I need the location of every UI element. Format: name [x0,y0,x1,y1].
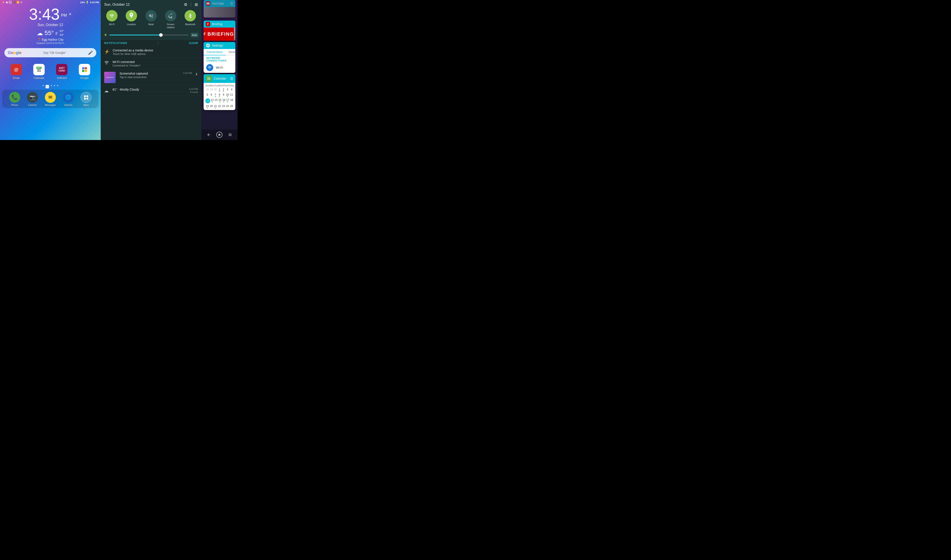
cal-cell[interactable]: 17 [226,98,230,104]
cal-cell[interactable]: 7 [213,92,217,98]
cal-cell-today[interactable]: 12 [205,98,210,104]
recent-card-calendar[interactable]: 31 Calendar ☰ Sun Mon Tue Wed Thu Fri Sa… [203,74,235,110]
notif-usb[interactable]: ⚡ Connected as a media device Touch for … [101,46,201,58]
cal-cell[interactable]: 1 [217,87,221,92]
dock-apps[interactable]: Apps [80,92,91,106]
dock-camera[interactable]: 📷 Camera [27,92,38,106]
cal-cell[interactable]: 10 [225,92,230,98]
dot-5[interactable] [57,85,58,86]
weather-notif-icon: ☁ [104,88,109,94]
toggle-rotation[interactable]: Screenrotation [165,10,176,29]
back-button[interactable] [205,131,213,139]
battery-level: 24% [80,1,85,4]
status-left-icons: ⚡ ▣ N 🔇 📶 ⊘ [2,1,22,4]
notif-weather[interactable]: ☁ 61° - Mostly Cloudy 3:19 PM 6 cards [101,86,201,96]
notif-usb-body: Touch for other USB options. [113,52,198,55]
app-softcard[interactable]: SOFTCARD Softcard [52,64,71,80]
brightness-slider[interactable] [109,35,188,35]
notif-header-icons: ⚙ ⊞ [184,2,198,7]
microphone-icon[interactable]: 🎤 [88,50,93,55]
dot-1[interactable] [42,85,44,86]
tab-device[interactable]: Device [225,49,235,55]
tab-connections[interactable]: Connections [203,49,225,55]
cal-cell[interactable]: 29 [209,87,213,92]
toggle-mute[interactable]: Mute [145,10,157,29]
weather-temp: 55° F [45,29,58,37]
settings-gear-icon [206,43,210,48]
wifi-settings-label: Wi-Fi [216,66,223,69]
dot-home[interactable]: ⌂ [46,85,49,88]
home-button[interactable] [216,131,223,139]
multiwindow-icon[interactable]: ⊞ [195,2,198,7]
cal-cell[interactable]: 4 [230,87,234,92]
settings-icon[interactable]: ⚙ [184,2,187,7]
google-search-bar[interactable]: Google Say "Ok Google" 🎤 [5,48,96,57]
weather-row: ☁ 55° F 62° 53° [0,29,101,37]
cal-cell[interactable]: 20 [209,104,213,109]
notif-screenshot[interactable]: screenshot Screenshot captured 3:43 PM T… [101,69,201,86]
menu-button[interactable] [226,131,234,139]
notif-weather-title: 61° - Mostly Cloudy [113,88,139,91]
cal-cell[interactable]: 5 [205,92,209,98]
notif-screenshot-title: Screenshot captured [120,72,148,75]
cal-cell[interactable]: 15 [218,98,222,104]
clear-notifications-button[interactable]: CLEAR [189,42,198,45]
app-calendar[interactable]: OCT 31 Calendar [29,64,49,80]
dot-3[interactable] [51,85,52,86]
wifi-toggle-circle [106,10,117,22]
cal-cell[interactable]: 21 [213,104,217,109]
recent-card-settings[interactable]: Settings Connections Device Controls NET… [203,42,235,73]
status-right: 24% 🔋 3:43 PM [80,1,99,4]
clock-widget: 3:43 PM ☀ Sun, October 12 [0,6,101,27]
cal-cell[interactable]: 30 [213,87,217,92]
messages-label: Messages [45,104,56,106]
cal-cell[interactable]: 11 [230,92,234,98]
cal-cell[interactable]: 8 [217,92,221,98]
youtube-menu-icon[interactable]: ☰ [230,2,233,6]
cal-cell[interactable]: 22 [217,104,221,109]
cal-cell[interactable]: 19 [205,104,209,109]
brightness-row: ☀ Auto [101,32,201,40]
calendar-label: Calendar [34,77,45,80]
app-email[interactable]: @ Email [6,64,26,80]
cal-cell[interactable]: 25 [230,104,234,109]
cal-cell[interactable]: 18 [230,98,234,104]
cal-cell[interactable]: 16 [222,98,226,104]
phone-label: Phone [11,104,18,106]
cal-cell[interactable]: 9 [222,92,225,98]
dock-phone[interactable]: 📞 Phone [9,92,20,106]
cal-cell[interactable]: 3 [225,87,230,92]
recent-card-youtube[interactable]: YouTube ☰ [203,0,235,17]
notif-wifi[interactable]: Wi-Fi connected Connected to "Amadeo". [101,58,201,69]
apps-icon [80,92,91,103]
dock-messages[interactable]: ✉ Messages [45,92,56,106]
recent-card-briefing[interactable]: F Briefing F BRIEFING [203,20,235,41]
cal-cell[interactable]: 6 [209,92,213,98]
toggle-wifi[interactable]: Wi-Fi [106,10,117,29]
home-screen: ⚡ ▣ N 🔇 📶 ⊘ 24% 🔋 3:43 PM 3:43 PM ☀ Sun,… [0,0,101,140]
camera-label: Camera [28,104,37,106]
settings-wifi-item[interactable]: Wi-Fi [203,62,235,73]
wifi-toggle-label: Wi-Fi [109,23,115,26]
cal-cell[interactable]: 23 [222,104,225,109]
cal-cell[interactable]: 28 [205,87,209,92]
cal-cell[interactable]: 24 [225,104,230,109]
mute-toggle-circle [145,10,157,22]
notif-date: Sun, October 12 [104,3,130,6]
cal-cell[interactable]: 14 [214,98,218,104]
brightness-auto-btn[interactable]: Auto [191,33,198,37]
internet-label: Internet [64,104,72,106]
toggle-bluetooth[interactable]: Bluetooth [185,10,196,29]
cal-cell[interactable]: 2 [222,87,225,92]
blocked-icon: ⊘ [20,1,22,4]
dot-4[interactable] [54,85,55,86]
toggle-location[interactable]: Location [126,10,137,29]
cal-mon: Mon [210,84,214,87]
settings-section-label: NETWORK CONNECTIONS [203,55,235,62]
cal-cell[interactable]: 13 [210,98,214,104]
dock-internet[interactable]: 🌐 Internet [63,92,74,106]
messages-icon: ✉ [45,92,56,103]
app-google[interactable]: Google [75,64,94,80]
calendar-menu-icon[interactable]: ☰ [230,77,233,81]
dock: 📞 Phone 📷 Camera ✉ Messages 🌐 Internet [2,90,99,108]
